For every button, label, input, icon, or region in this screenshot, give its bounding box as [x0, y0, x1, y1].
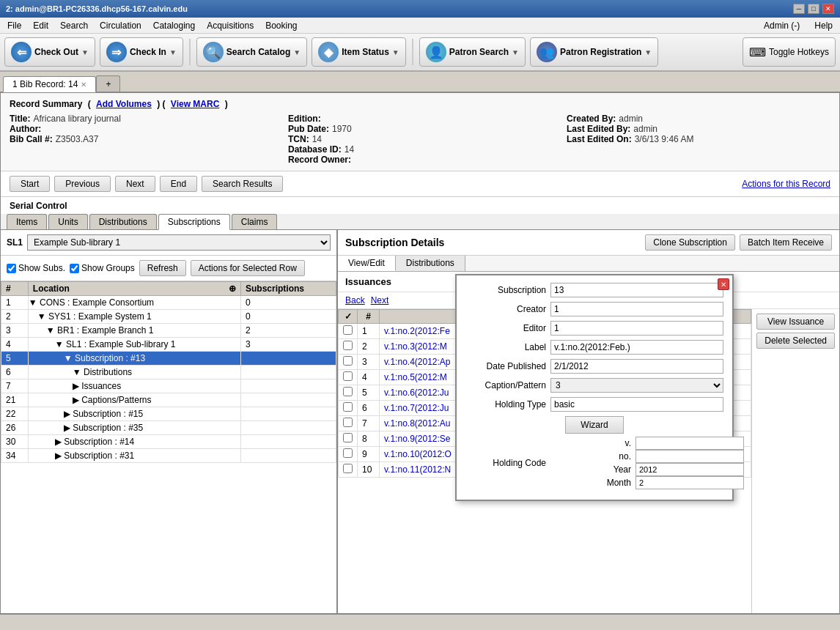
- table-row[interactable]: 3▼ BR1 : Example Branch 12: [1, 324, 336, 338]
- tab-units[interactable]: Units: [48, 214, 87, 229]
- wizard-button[interactable]: Wizard: [565, 416, 623, 434]
- subscription-field-label: Subscription: [465, 285, 546, 295]
- row-num: 30: [1, 435, 29, 449]
- menu-cataloging[interactable]: Cataloging: [149, 19, 199, 32]
- col-location: Location ⊕: [28, 282, 240, 296]
- table-row[interactable]: 34▶ Subscription : #31: [1, 449, 336, 463]
- record-summary: Record Summary ( Add Volumes ) ( View MA…: [1, 93, 839, 171]
- menu-admin[interactable]: Admin (-): [759, 19, 804, 32]
- field-title: Title: Africana library journal: [10, 114, 273, 124]
- tab-bib14-close[interactable]: ✕: [81, 81, 86, 89]
- toggle-hotkeys-button[interactable]: ⌨ Toggle Hotkeys: [743, 37, 836, 67]
- sublibrary-select[interactable]: Example Sub-library 1: [27, 234, 331, 251]
- holding-year-input[interactable]: [635, 463, 744, 476]
- checkout-icon: ⇐: [11, 42, 32, 62]
- row-location: ▼ SL1 : Example Sub-library 1: [28, 338, 240, 352]
- view-marc-link[interactable]: View MARC: [171, 99, 219, 109]
- search-results-button[interactable]: Search Results: [202, 176, 283, 192]
- search-catalog-button[interactable]: 🔍 Search Catalog ▼: [196, 37, 307, 67]
- restore-btn[interactable]: □: [808, 4, 819, 14]
- menu-search[interactable]: Search: [56, 19, 92, 32]
- editor-field-input[interactable]: [550, 321, 723, 336]
- table-row[interactable]: 26▶ Subscription : #35: [1, 421, 336, 435]
- menu-booking[interactable]: Booking: [261, 19, 301, 32]
- overlay-close-button[interactable]: ✕: [718, 278, 729, 290]
- patron-search-button[interactable]: 👤 Patron Search ▼: [419, 37, 526, 67]
- checkout-button[interactable]: ⇐ Check Out ▼: [4, 37, 95, 67]
- table-row[interactable]: 5▼ Subscription : #13: [1, 352, 336, 366]
- issuance-actions: View Issuance Delete Selected: [751, 309, 839, 614]
- checkin-dropdown-icon: ▼: [169, 48, 177, 56]
- batch-item-receive-button[interactable]: Batch Item Receive: [740, 234, 832, 251]
- table-row[interactable]: 4▼ SL1 : Example Sub-library 13: [1, 338, 336, 352]
- content-tabs: Items Units Distributions Subscriptions …: [1, 214, 839, 230]
- item-status-icon: ◆: [318, 42, 339, 62]
- issuances-next-link[interactable]: Next: [371, 295, 389, 305]
- holding-type-field-input[interactable]: [550, 397, 723, 412]
- patron-reg-label: Patron Registration: [560, 47, 641, 57]
- menu-file[interactable]: File: [3, 19, 26, 32]
- creator-field-input[interactable]: [550, 302, 723, 316]
- previous-button[interactable]: Previous: [54, 176, 111, 192]
- tab-bib14[interactable]: 1 Bib Record: 14 ✕: [3, 76, 96, 92]
- table-row[interactable]: 1▼ CONS : Example Consortium0: [1, 296, 336, 310]
- table-row[interactable]: 30▶ Subscription : #14: [1, 435, 336, 449]
- table-row[interactable]: 7▶ Issuances: [1, 379, 336, 393]
- tab-new[interactable]: +: [96, 75, 120, 92]
- holding-month-input[interactable]: [635, 476, 744, 489]
- show-subs-checkbox[interactable]: Show Subs.: [7, 263, 65, 273]
- toolbar: ⇐ Check Out ▼ ⇒ Check In ▼ 🔍 Search Cata…: [0, 34, 840, 72]
- tab-subscriptions[interactable]: Subscriptions: [158, 214, 230, 230]
- minimize-btn[interactable]: ─: [793, 4, 805, 14]
- menu-acquisitions[interactable]: Acquisitions: [202, 19, 258, 32]
- label-field-input[interactable]: [550, 340, 723, 355]
- sub-tab-view-edit[interactable]: View/Edit: [338, 256, 396, 271]
- menu-edit[interactable]: Edit: [29, 19, 53, 32]
- holding-v-input[interactable]: [635, 437, 744, 450]
- end-button[interactable]: End: [160, 176, 197, 192]
- patron-reg-button[interactable]: 👥 Patron Registration ▼: [530, 37, 658, 67]
- close-btn[interactable]: ✕: [822, 4, 834, 14]
- tab-claims[interactable]: Claims: [232, 214, 278, 229]
- next-button[interactable]: Next: [115, 176, 155, 192]
- checkin-icon: ⇒: [106, 42, 127, 62]
- menu-right: Admin (-) Help: [759, 19, 837, 32]
- clone-subscription-button[interactable]: Clone Subscription: [645, 234, 735, 251]
- checkin-button[interactable]: ⇒ Check In ▼: [100, 37, 183, 67]
- holding-no-input[interactable]: [635, 450, 744, 463]
- table-row[interactable]: 22▶ Subscription : #15: [1, 407, 336, 421]
- item-status-button[interactable]: ◆ Item Status ▼: [312, 37, 406, 67]
- tab-new-label: +: [106, 79, 111, 89]
- date-field-input[interactable]: [550, 359, 723, 374]
- sub-tab-distributions[interactable]: Distributions: [396, 256, 465, 271]
- field-pub-date: Pub Date: 1970: [288, 124, 552, 134]
- tab-items[interactable]: Items: [7, 214, 47, 229]
- item-status-label: Item Status: [342, 47, 389, 57]
- delete-selected-button[interactable]: Delete Selected: [756, 333, 835, 349]
- caption-field-select[interactable]: 3: [550, 378, 723, 393]
- view-issuance-button[interactable]: View Issuance: [756, 314, 835, 330]
- location-table: # Location ⊕ Subscriptions 1▼ CONS : Exa…: [1, 281, 336, 463]
- start-button[interactable]: Start: [10, 176, 50, 192]
- show-controls: Show Subs. Show Groups Refresh Actions f…: [1, 256, 336, 281]
- tab-distributions[interactable]: Distributions: [89, 214, 157, 229]
- form-row-date: Date Published: [465, 359, 723, 374]
- table-row[interactable]: 2▼ SYS1 : Example System 10: [1, 310, 336, 324]
- actions-link[interactable]: Actions for this Record: [742, 179, 830, 189]
- col-iss-num: #: [358, 310, 380, 324]
- actions-selected-button[interactable]: Actions for Selected Row: [191, 260, 305, 276]
- subscription-field-input[interactable]: [550, 283, 723, 297]
- menu-circulation[interactable]: Circulation: [95, 19, 146, 32]
- field-record-owner: Record Owner:: [288, 155, 552, 165]
- refresh-button[interactable]: Refresh: [139, 260, 186, 276]
- row-subs: [240, 421, 336, 435]
- show-groups-checkbox[interactable]: Show Groups: [70, 263, 135, 273]
- table-row[interactable]: 6▼ Distributions: [1, 366, 336, 379]
- issuances-back-link[interactable]: Back: [345, 295, 365, 305]
- add-volumes-link[interactable]: Add Volumes: [96, 99, 152, 109]
- table-row[interactable]: 21▶ Captions/Patterns: [1, 393, 336, 407]
- menu-help[interactable]: Help: [810, 19, 837, 32]
- main-content: Record Summary ( Add Volumes ) ( View MA…: [0, 92, 840, 614]
- row-num: 3: [1, 324, 29, 338]
- row-num: 34: [1, 449, 29, 463]
